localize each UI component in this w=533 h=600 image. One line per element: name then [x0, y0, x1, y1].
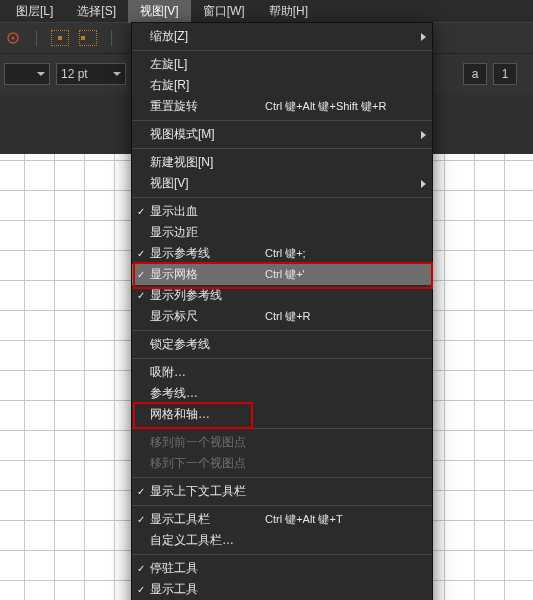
char-style-button[interactable]: a: [463, 63, 487, 85]
separator: [36, 30, 37, 46]
align-center-icon[interactable]: [51, 29, 69, 47]
menubar-item-select[interactable]: 选择[S]: [65, 0, 128, 23]
menu-item-new-view[interactable]: 新建视图[N]: [132, 152, 432, 173]
menu-separator: [132, 554, 432, 555]
menu-item-shortcut: Ctrl 键+Alt 键+Shift 键+R: [265, 99, 418, 114]
font-size-value: 12 pt: [61, 67, 88, 81]
chevron-down-icon: [113, 72, 121, 76]
menu-separator: [132, 148, 432, 149]
menu-separator: [132, 358, 432, 359]
menu-item-label: 移到下一个视图点: [150, 455, 265, 472]
menu-item-label: 显示参考线: [150, 245, 265, 262]
menu-item-label: 显示工具栏: [150, 511, 265, 528]
menu-item-label: 显示工具: [150, 581, 265, 598]
checkmark-icon: ✓: [132, 563, 150, 574]
menu-item-label: 锁定参考线: [150, 336, 265, 353]
menu-separator: [132, 428, 432, 429]
svg-point-1: [12, 37, 15, 40]
menu-item-label: 显示列参考线: [150, 287, 265, 304]
menu-item-view-mode[interactable]: 视图模式[M]: [132, 124, 432, 145]
chevron-right-icon: [421, 180, 426, 188]
font-size-select[interactable]: 12 pt: [56, 63, 126, 85]
chevron-right-icon: [421, 131, 426, 139]
menu-item-label: 显示出血: [150, 203, 265, 220]
menu-separator: [132, 477, 432, 478]
menu-item-show-column-guides[interactable]: ✓显示列参考线: [132, 285, 432, 306]
menu-item-show-toolbar[interactable]: ✓显示工具栏Ctrl 键+Alt 键+T: [132, 509, 432, 530]
view-menu-dropdown: 缩放[Z]左旋[L]右旋[R]重置旋转Ctrl 键+Alt 键+Shift 键+…: [131, 22, 433, 600]
menu-item-label: 参考线…: [150, 385, 265, 402]
menu-item-prev-viewpoint: 移到前一个视图点: [132, 432, 432, 453]
checkmark-icon: ✓: [132, 206, 150, 217]
align-edge-icon[interactable]: [79, 29, 97, 47]
menu-item-rotate-left[interactable]: 左旋[L]: [132, 54, 432, 75]
menu-separator: [132, 120, 432, 121]
menubar-item-layer[interactable]: 图层[L]: [4, 0, 65, 23]
menu-item-snapping[interactable]: 吸附…: [132, 362, 432, 383]
menu-item-label: 显示上下文工具栏: [150, 483, 265, 500]
checkmark-icon: ✓: [132, 248, 150, 259]
menu-item-shortcut: Ctrl 键+R: [265, 309, 418, 324]
menu-item-lock-guides[interactable]: 锁定参考线: [132, 334, 432, 355]
menu-item-label: 缩放[Z]: [150, 28, 265, 45]
menu-separator: [132, 330, 432, 331]
menu-item-label: 移到前一个视图点: [150, 434, 265, 451]
menu-item-show-margins[interactable]: 显示边距: [132, 222, 432, 243]
menu-item-show-grid[interactable]: ✓显示网格Ctrl 键+': [132, 264, 432, 285]
menu-item-next-viewpoint: 移到下一个视图点: [132, 453, 432, 474]
menu-separator: [132, 50, 432, 51]
menu-item-guides-settings[interactable]: 参考线…: [132, 383, 432, 404]
menu-item-show-guides[interactable]: ✓显示参考线Ctrl 键+;: [132, 243, 432, 264]
menu-item-reset-rotation[interactable]: 重置旋转Ctrl 键+Alt 键+Shift 键+R: [132, 96, 432, 117]
checkmark-icon: ✓: [132, 514, 150, 525]
menubar-item-help[interactable]: 帮助[H]: [257, 0, 320, 23]
menu-item-show-bleed[interactable]: ✓显示出血: [132, 201, 432, 222]
checkmark-icon: ✓: [132, 584, 150, 595]
menu-item-label: 停驻工具: [150, 560, 265, 577]
separator: [111, 30, 112, 46]
font-select[interactable]: [4, 63, 50, 85]
menu-item-show-tools[interactable]: ✓显示工具: [132, 579, 432, 600]
menu-item-shortcut: Ctrl 键+Alt 键+T: [265, 512, 418, 527]
menubar: 图层[L] 选择[S] 视图[V] 窗口[W] 帮助[H]: [0, 0, 533, 22]
chevron-down-icon: [37, 72, 45, 76]
menu-item-show-context-toolbar[interactable]: ✓显示上下文工具栏: [132, 481, 432, 502]
menu-item-label: 显示标尺: [150, 308, 265, 325]
checkmark-icon: ✓: [132, 290, 150, 301]
menu-item-label: 网格和轴…: [150, 406, 265, 423]
menu-item-label: 视图模式[M]: [150, 126, 265, 143]
menu-item-shortcut: Ctrl 键+': [265, 267, 418, 282]
menu-item-label: 显示边距: [150, 224, 265, 241]
menu-item-grid-and-axis[interactable]: 网格和轴…: [132, 404, 432, 425]
checkmark-icon: ✓: [132, 269, 150, 280]
target-icon[interactable]: [4, 29, 22, 47]
menu-item-rotate-right[interactable]: 右旋[R]: [132, 75, 432, 96]
menubar-item-view[interactable]: 视图[V]: [128, 0, 191, 23]
list-style-button[interactable]: 1: [493, 63, 517, 85]
menu-item-label: 右旋[R]: [150, 77, 265, 94]
menu-item-dock-tools[interactable]: ✓停驻工具: [132, 558, 432, 579]
menubar-item-window[interactable]: 窗口[W]: [191, 0, 257, 23]
menu-item-label: 吸附…: [150, 364, 265, 381]
menu-item-zoom[interactable]: 缩放[Z]: [132, 26, 432, 47]
menu-item-label: 重置旋转: [150, 98, 265, 115]
menu-item-shortcut: Ctrl 键+;: [265, 246, 418, 261]
checkmark-icon: ✓: [132, 486, 150, 497]
menu-separator: [132, 505, 432, 506]
chevron-right-icon: [421, 33, 426, 41]
menu-item-label: 视图[V]: [150, 175, 265, 192]
menu-separator: [132, 197, 432, 198]
menu-item-views[interactable]: 视图[V]: [132, 173, 432, 194]
menu-item-label: 显示网格: [150, 266, 265, 283]
menu-item-label: 左旋[L]: [150, 56, 265, 73]
menu-item-customize-toolbar[interactable]: 自定义工具栏…: [132, 530, 432, 551]
menu-item-show-rulers[interactable]: 显示标尺Ctrl 键+R: [132, 306, 432, 327]
menu-item-label: 新建视图[N]: [150, 154, 265, 171]
menu-item-label: 自定义工具栏…: [150, 532, 265, 549]
